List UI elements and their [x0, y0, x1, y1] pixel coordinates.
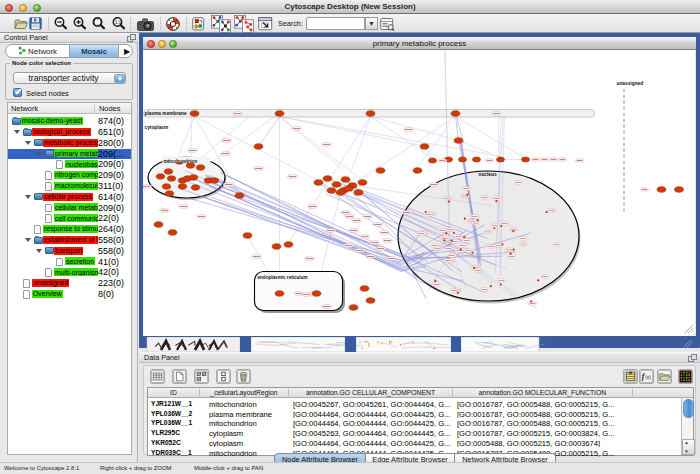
svg-text:cytoplasm: cytoplasm [145, 125, 169, 130]
svg-text:1:1: 1:1 [115, 20, 122, 25]
svg-text:plasma membrane: plasma membrane [145, 111, 187, 116]
svg-text:endoplasmic reticulum: endoplasmic reticulum [258, 275, 308, 280]
svg-text:nucleus: nucleus [479, 172, 497, 177]
svg-text:mitochondrion: mitochondrion [164, 159, 198, 164]
svg-text:(x): (x) [645, 375, 651, 380]
svg-text:unassigned: unassigned [617, 81, 644, 86]
